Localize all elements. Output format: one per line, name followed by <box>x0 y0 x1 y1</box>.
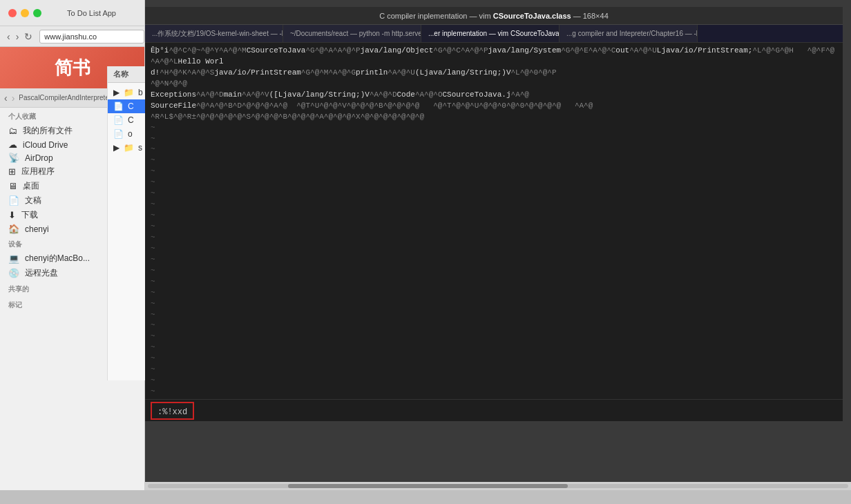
all-files-icon: 🗂 <box>8 126 17 136</box>
breadcrumb: PascalCompilerAndInterprete <box>19 94 119 101</box>
desktop-icon: 🖥 <box>8 181 17 191</box>
file-label-1: C <box>128 101 134 111</box>
terminal-window: C compiler inplementation — vim CSourceT… <box>145 7 843 421</box>
file-icon-2: 📄 <box>113 115 124 125</box>
folder-icon: 📁 <box>124 88 134 97</box>
vim-command-box: :%!xxd <box>151 402 194 420</box>
icloud-icon: ☁ <box>8 139 17 150</box>
reload-button[interactable]: ↻ <box>23 31 34 42</box>
jianshu-logo-text: 简书 <box>55 56 90 80</box>
vim-content: Ēþ°i^@^C^@~^@^Y^A^@^MCSourceToJava^G^@^A… <box>145 43 843 399</box>
file-icon-1: 📄 <box>113 101 124 111</box>
tab-1-label: ...作系统/文档/19/OS-kernel-win-sheet — -bash <box>152 29 283 39</box>
chenyi-label: chenyi <box>25 224 49 234</box>
airdrop-label: AirDrop <box>25 153 53 163</box>
vim-cmdline: :%!xxd <box>145 399 843 421</box>
scrollbar-track[interactable] <box>148 484 848 488</box>
folder-expand-icon: ▶ <box>113 88 119 97</box>
macbook-label: chenyi的MacBo... <box>25 253 90 264</box>
file-label-4: s <box>138 143 142 153</box>
vim-line-extra: ^R^L$^@^R±^@^@^@^@^@^S^@^@^@^B^@^@^@^A^@… <box>151 112 837 123</box>
forward-finder-button[interactable]: › <box>12 93 15 104</box>
all-files-label: 我的所有文件 <box>23 125 73 137</box>
vim-line-2: d!^H^@^K^A^@^Sjava/io/PrintStream^G^@^M^… <box>151 68 837 79</box>
vim-line-3: ^@^N^@^@ <box>151 79 837 90</box>
nav-buttons: ‹ › ↻ <box>6 31 34 42</box>
terminal-title: C compiler inplementation — vim CSourceT… <box>153 12 834 20</box>
terminal-titlebar: C compiler inplementation — vim CSourceT… <box>145 7 843 25</box>
apps-label: 应用程序 <box>21 166 55 177</box>
url-input[interactable] <box>39 30 144 43</box>
tab-3-label: ...er inplementation — vim CSourceToJava… <box>428 30 560 37</box>
file-label-2: C <box>128 115 134 125</box>
tab-3[interactable]: ...er inplementation — vim CSourceToJava… <box>421 25 560 43</box>
tab-bar: ...作系统/文档/19/OS-kernel-win-sheet — -bash… <box>145 25 843 43</box>
tab-4-label: ...g compiler and Intepreter/Chapter16 —… <box>566 30 698 37</box>
tab-2-label: ~/Documents/react — python -m http.serve… <box>290 30 421 37</box>
home-icon: 🏠 <box>8 224 19 234</box>
scrollbar-thumb[interactable] <box>288 484 568 488</box>
file-label-3: o <box>128 129 133 139</box>
file-column-header: 名称 <box>113 69 128 79</box>
apps-icon: ⊞ <box>8 166 16 177</box>
icloud-label: iCloud Drive <box>23 140 68 150</box>
traffic-lights <box>8 9 41 17</box>
minimize-button[interactable] <box>21 9 29 17</box>
downloads-icon: ⬇ <box>8 210 16 220</box>
tab-1[interactable]: ...作系统/文档/19/OS-kernel-win-sheet — -bash <box>145 25 283 43</box>
forward-button[interactable]: › <box>15 31 21 42</box>
close-button[interactable] <box>8 9 17 17</box>
desktop-label: 桌面 <box>23 180 39 192</box>
vim-line-exceptions: Exceptions^A^@^Dmain^A^@^V([Ljava/lang/S… <box>151 90 837 101</box>
back-finder-button[interactable]: ‹ <box>4 93 8 104</box>
airdrop-icon: 📡 <box>8 153 19 163</box>
maximize-button[interactable] <box>33 9 41 17</box>
documents-label: 文稿 <box>25 195 41 206</box>
remote-disk-label: 远程光盘 <box>25 267 58 279</box>
disk-icon: 💿 <box>8 268 19 278</box>
back-button[interactable]: ‹ <box>6 31 12 42</box>
vim-line-1: Ēþ°i^@^C^@~^@^Y^A^@^MCSourceToJava^G^@^A… <box>151 46 837 68</box>
vim-line-source: SourceFile^@^A^@^B^D^@^@^@^A^@ ^@T^U^@^@… <box>151 101 837 112</box>
downloads-label: 下载 <box>21 209 38 221</box>
address-bar: ‹ › ↻ <box>0 26 144 47</box>
window-title: To Do List App <box>47 9 136 17</box>
file-icon-3: 📄 <box>113 129 124 139</box>
file-label: b <box>138 88 143 97</box>
vim-command-text: :%!xxd <box>157 407 187 417</box>
folder-icon-2: 📁 <box>124 143 134 153</box>
tab-4[interactable]: ...g compiler and Intepreter/Chapter16 —… <box>560 25 698 43</box>
tilde-lines: ~~~ ~~~ ~~~ ~~~ ~~~ ~~~ ~~~ ~~~ ~~ <box>151 123 837 399</box>
folder-expand-icon-2: ▶ <box>113 143 119 153</box>
documents-icon: 📄 <box>8 195 19 206</box>
tab-2[interactable]: ~/Documents/react — python -m http.serve… <box>283 25 421 43</box>
macbook-icon: 💻 <box>8 253 19 264</box>
bottom-strip <box>0 490 851 504</box>
titlebar: To Do List App <box>0 0 144 26</box>
terminal-title-bold: CSourceToJava.class <box>493 12 571 20</box>
scrollbar-container <box>145 482 851 490</box>
